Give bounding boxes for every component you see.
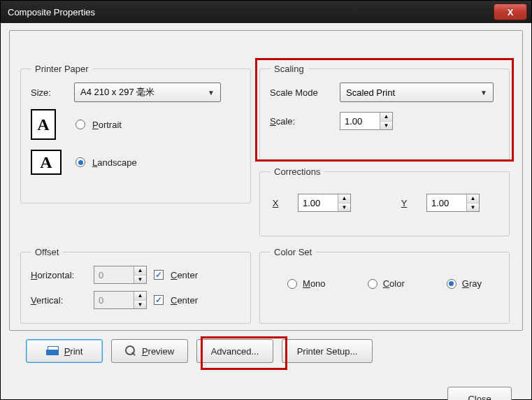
scale-stepper[interactable]: ▲▼ (340, 112, 393, 130)
spin-buttons[interactable]: ▲▼ (466, 194, 479, 211)
offset-h-input (94, 266, 134, 283)
magnifier-icon (125, 345, 136, 357)
advanced-button[interactable]: Advanced... (196, 339, 273, 363)
landscape-page-icon: A (31, 150, 62, 175)
landscape-label: Landscape (92, 157, 137, 168)
size-label: Size: (31, 87, 67, 98)
group-printer-paper: Printer Paper Size: A4 210 x 297 毫米 ▼ A … (20, 64, 251, 203)
gray-radio[interactable] (447, 279, 456, 289)
dialog-body: Printer Paper Size: A4 210 x 297 毫米 ▼ A … (1, 23, 531, 399)
color-label: Color (383, 278, 405, 289)
gray-label: Gray (462, 278, 482, 289)
close-icon: X (508, 7, 514, 17)
printer-setup-button[interactable]: Printer Setup... (282, 339, 373, 363)
spin-buttons[interactable]: ▲▼ (338, 194, 350, 211)
close-button[interactable]: Close (447, 387, 512, 400)
offset-v-input (94, 292, 134, 308)
scale-label: Scale: (270, 116, 333, 127)
scale-mode-label: Scale Mode (270, 87, 333, 98)
offset-v-center-checkbox[interactable] (154, 295, 164, 305)
preview-button[interactable]: Preview (111, 339, 188, 363)
offset-h-label: Horizontal: (31, 270, 87, 280)
legend-scaling: Scaling (270, 64, 308, 74)
advanced-button-label: Advanced... (211, 346, 259, 357)
group-color-set: Color Set Mono Color Gray (259, 247, 510, 324)
mono-radio[interactable] (287, 279, 297, 289)
group-corrections: Corrections X ▲▼ Y ▲▼ (259, 166, 510, 236)
dialog-window: Composite Properties X Printer Paper Siz… (0, 0, 532, 400)
correction-y-input[interactable] (427, 194, 466, 211)
offset-v-stepper[interactable]: ▲▼ (94, 291, 147, 309)
scale-mode-select[interactable]: Scaled Print ▼ (340, 83, 494, 102)
correction-x-input[interactable] (299, 194, 338, 211)
color-radio[interactable] (368, 279, 378, 289)
window-close-button[interactable]: X (494, 3, 527, 20)
correction-y-label: Y (398, 198, 410, 208)
legend-printer-paper: Printer Paper (31, 64, 93, 74)
spin-buttons[interactable]: ▲▼ (380, 113, 392, 129)
legend-corrections: Corrections (270, 166, 324, 177)
action-button-row: Print Preview Advanced... Printer Setup.… (26, 339, 373, 363)
landscape-radio[interactable] (76, 157, 85, 167)
printer-icon (46, 346, 59, 356)
portrait-label: Portrait (92, 120, 122, 130)
offset-h-center-label: Center (171, 270, 198, 280)
legend-color-set: Color Set (270, 247, 316, 257)
title-bar: Composite Properties X (1, 1, 531, 23)
correction-y-stepper[interactable]: ▲▼ (426, 194, 480, 212)
offset-v-label: Vertical: (31, 295, 87, 306)
print-button-label: Print (64, 346, 83, 357)
close-button-label: Close (468, 394, 491, 401)
correction-x-label: X (270, 198, 281, 208)
mono-label: Mono (303, 278, 326, 289)
paper-size-select[interactable]: A4 210 x 297 毫米 ▼ (74, 83, 221, 102)
paper-size-value: A4 210 x 297 毫米 (80, 86, 154, 99)
spin-buttons[interactable]: ▲▼ (134, 266, 146, 283)
portrait-radio[interactable] (76, 120, 85, 129)
group-offset: Offset Horizontal: ▲▼ Center Vertical: ▲… (20, 247, 251, 324)
correction-x-stepper[interactable]: ▲▼ (298, 194, 351, 212)
chevron-down-icon: ▼ (480, 89, 487, 97)
preview-button-label: Preview (142, 346, 174, 357)
legend-offset: Offset (31, 247, 63, 257)
offset-h-stepper[interactable]: ▲▼ (94, 266, 147, 284)
scale-input[interactable] (340, 113, 380, 129)
scale-mode-value: Scaled Print (346, 87, 395, 98)
spin-buttons[interactable]: ▲▼ (134, 292, 146, 308)
chevron-down-icon: ▼ (208, 89, 215, 97)
group-scaling: Scaling Scale Mode Scaled Print ▼ Scale:… (259, 64, 510, 162)
portrait-page-icon: A (31, 109, 56, 140)
printer-setup-button-label: Printer Setup... (297, 346, 358, 357)
offset-v-center-label: Center (171, 295, 198, 306)
offset-h-center-checkbox[interactable] (154, 270, 164, 280)
print-button[interactable]: Print (26, 339, 103, 363)
window-title: Composite Properties (8, 7, 95, 17)
